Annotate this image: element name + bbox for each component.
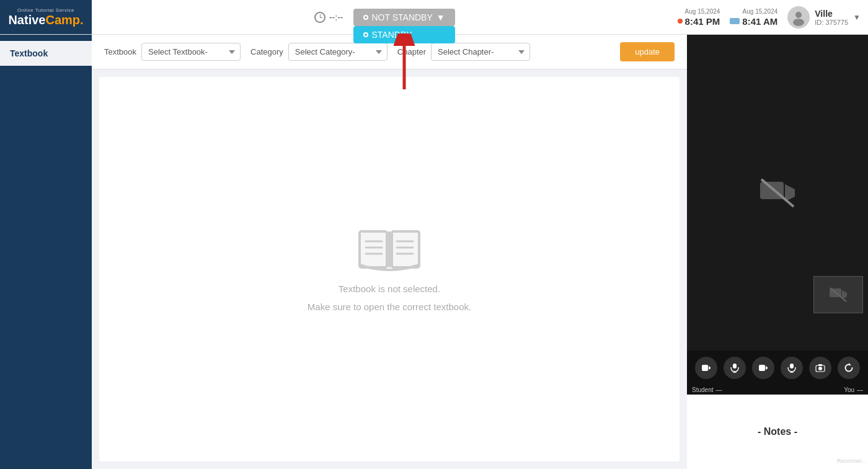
time-text-2: 8:41 AM — [742, 16, 777, 27]
screenshot-button[interactable] — [809, 357, 831, 379]
empty-text-secondary: Make sure to open the correct textbook. — [308, 302, 471, 312]
not-standby-dot — [363, 15, 368, 20]
user-id: ID: 375775 — [815, 19, 848, 26]
textbook-select[interactable]: Select Textbook- — [141, 43, 241, 61]
svg-rect-5 — [392, 231, 419, 267]
chapter-select[interactable]: Select Chapter- — [431, 43, 530, 61]
video-thumbnail — [813, 276, 863, 313]
time-value-2: 8:41 AM — [730, 16, 777, 27]
svg-marker-20 — [709, 366, 711, 370]
svg-point-30 — [818, 367, 822, 370]
logo: Online Tutorial Service NativeCamp. — [0, 0, 92, 34]
right-panel: Student — You — Reconnec... - Notes - — [687, 35, 868, 469]
sidebar: Textbook — [0, 35, 92, 469]
time-dot-red — [678, 19, 683, 24]
notes-title: - Notes - — [758, 426, 797, 437]
logo-native: Native — [8, 13, 45, 27]
textbook-label: Textbook — [104, 47, 136, 56]
avatar — [787, 6, 810, 29]
svg-rect-26 — [790, 364, 794, 368]
logo-text: NativeCamp. — [8, 13, 83, 27]
muted-camera-icon — [759, 177, 796, 209]
category-select[interactable]: Select Category- — [288, 43, 388, 61]
dropdown-arrow: ▼ — [436, 12, 445, 22]
time-value-1: 8:41 PM — [678, 16, 720, 27]
video-toggle-button[interactable] — [695, 357, 717, 379]
time-dot-blue — [730, 18, 740, 24]
svg-point-3 — [793, 19, 804, 26]
not-standby-label: NOT STANDBY — [372, 12, 433, 22]
datetime-block-1: Aug 15,2024 8:41 PM — [678, 8, 720, 27]
user-menu[interactable]: Ville ID: 375775 ▼ — [787, 6, 861, 29]
svg-rect-24 — [759, 365, 765, 371]
reconnect-label[interactable]: Reconnec... — [837, 458, 867, 464]
chapter-label: Chapter — [397, 47, 426, 56]
standby-dot — [363, 32, 368, 37]
audio-toggle-button[interactable] — [724, 357, 746, 379]
svg-rect-31 — [818, 364, 822, 366]
sidebar-item-textbook[interactable]: Textbook — [0, 41, 92, 66]
refresh-button[interactable] — [838, 357, 860, 379]
clock-icon — [314, 12, 326, 23]
standby-label: STANDBY — [372, 30, 412, 40]
header: Online Tutorial Service NativeCamp. --:-… — [0, 0, 868, 35]
update-button[interactable]: update — [620, 42, 675, 61]
time-text-1: 8:41 PM — [685, 16, 720, 27]
user-chevron-icon: ▼ — [853, 13, 861, 22]
chapter-filter-group: Chapter Select Chapter- — [397, 43, 530, 61]
content-area: Textbook Select Textbook- Category Selec… — [92, 35, 687, 469]
standby-container: NOT STANDBY ▼ STANDBY — [353, 9, 455, 26]
you-label: You — — [844, 386, 863, 393]
book-icon — [358, 226, 420, 276]
svg-point-2 — [795, 12, 802, 18]
mic-toggle-button[interactable] — [781, 357, 803, 379]
svg-marker-25 — [766, 366, 768, 370]
logo-camp: Camp. — [45, 13, 83, 27]
svg-marker-32 — [849, 363, 851, 365]
student-label: Student — — [692, 386, 722, 393]
logo-subtitle: Online Tutorial Service — [17, 7, 74, 13]
datetime-block-2: Aug 15,2024 8:41 AM — [730, 8, 777, 27]
header-right: Aug 15,2024 8:41 PM Aug 15,2024 8:41 AM — [678, 6, 868, 29]
empty-text-primary: Textbook is not selected. — [339, 284, 440, 294]
timer-value: --:-- — [329, 12, 343, 22]
not-standby-button[interactable]: NOT STANDBY ▼ — [353, 9, 455, 26]
date-label-1: Aug 15,2024 — [685, 8, 720, 15]
sidebar-item-label: Textbook — [10, 48, 48, 58]
standby-dropdown[interactable]: STANDBY — [353, 26, 455, 43]
svg-rect-4 — [360, 231, 387, 267]
camera-toggle-button[interactable] — [752, 357, 774, 379]
category-label: Category — [250, 47, 283, 56]
user-info: Ville ID: 375775 — [815, 9, 848, 26]
empty-state: Textbook is not selected. Make sure to o… — [99, 77, 680, 462]
category-filter-group: Category Select Category- — [250, 43, 388, 61]
video-labels: Student — You — Reconnec... — [687, 385, 868, 395]
svg-rect-19 — [702, 365, 708, 371]
video-main — [687, 35, 868, 351]
video-controls — [687, 351, 868, 385]
textbook-filter-group: Textbook Select Textbook- — [104, 43, 241, 61]
user-name: Ville — [815, 9, 848, 19]
timer-area: --:-- — [314, 12, 343, 23]
header-center: --:-- NOT STANDBY ▼ STANDBY — [92, 9, 678, 26]
main-layout: Textbook Textbook Select Textbook- Categ… — [0, 35, 868, 469]
date-label-2: Aug 15,2024 — [743, 8, 778, 15]
svg-rect-21 — [733, 364, 737, 368]
